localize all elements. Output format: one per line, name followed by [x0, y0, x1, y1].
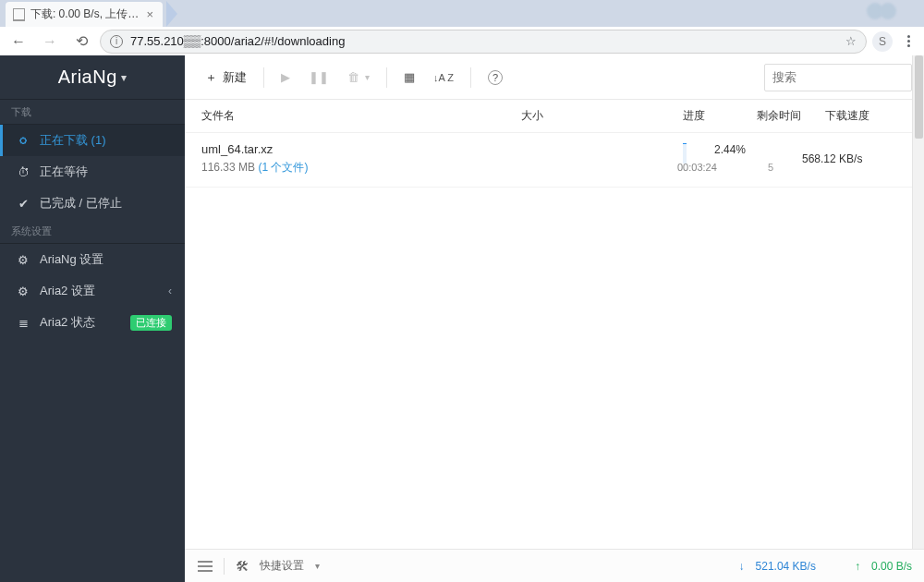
new-tab-button[interactable] [166, 1, 177, 27]
chrome-menu-icon[interactable] [898, 35, 918, 47]
grid-icon: ▦ [404, 70, 415, 84]
row-percent: 2.44% [714, 143, 746, 156]
reload-button[interactable]: ⟲ [68, 30, 94, 54]
col-header-progress[interactable]: 进度 [683, 108, 757, 124]
start-button[interactable]: ▶ [274, 64, 298, 91]
sidebar-item-aria2-settings[interactable]: ⚙ Aria2 设置 ‹ [0, 275, 185, 307]
sidebar-item-downloading[interactable]: ⭘ 正在下载 (1) [0, 125, 185, 156]
row-progress-cluster: 2.44% 00:03:24 5 [683, 143, 780, 175]
window-controls-placeholder [870, 3, 896, 19]
sort-icon: ↓A Z [433, 72, 454, 83]
play-icon: ▶ [281, 70, 290, 84]
server-icon: ≣ [16, 315, 30, 330]
row-connections: 5 [768, 162, 773, 173]
brand-name: AriaNg [58, 67, 117, 88]
sidebar-item-finished[interactable]: ✔ 已完成 / 已停止 [0, 188, 185, 219]
app: AriaNg ▾ 下载 ⭘ 正在下载 (1) ⏱ 正在等待 ✔ 已完成 / 已停… [0, 55, 924, 582]
forward-button[interactable]: → [37, 30, 63, 54]
row-speed: 568.12 KB/s [802, 152, 894, 165]
site-info-icon[interactable]: i [110, 35, 123, 48]
global-download-speed: 521.04 KB/s [756, 560, 816, 573]
tab-title: 下载: 0.00 B/s, 上传: 0.0 [30, 6, 139, 22]
table-row[interactable]: uml_64.tar.xz 116.33 MB (1 个文件) 2.44% 00… [185, 133, 924, 188]
col-header-remaining[interactable]: 剩余时间 [757, 108, 825, 124]
sort-button[interactable]: ↓A Z [426, 64, 461, 91]
trash-icon: 🗑 [347, 70, 359, 84]
upload-arrow-icon: ↑ [855, 560, 860, 573]
new-task-label: 新建 [223, 69, 247, 86]
download-arrow-icon: ↓ [739, 560, 745, 573]
gear-icon: ⚙ [16, 252, 30, 267]
clock-icon: ⏱ [16, 164, 30, 179]
new-task-button[interactable]: ＋ 新建 [198, 64, 254, 91]
search-input[interactable] [772, 70, 924, 84]
chevron-left-icon: ‹ [168, 285, 172, 297]
sidebar-item-label: Aria2 设置 [40, 283, 95, 299]
sidebar-item-label: Aria2 状态 [40, 314, 95, 331]
tab-strip: 下载: 0.00 B/s, 上传: 0.0 × [0, 0, 924, 27]
row-meta: 116.33 MB (1 个文件) [201, 160, 510, 176]
sidebar-item-aria2-status[interactable]: ≣ Aria2 状态 已连接 [0, 307, 185, 338]
separator [470, 67, 471, 88]
bookmark-star-icon[interactable]: ☆ [845, 34, 857, 48]
sidebar-item-waiting[interactable]: ⏱ 正在等待 [0, 156, 185, 188]
pause-button[interactable]: ❚❚ [301, 64, 336, 91]
url-text: 77.55.210▒▒:8000/aria2/#!/downloading [130, 34, 838, 48]
help-icon: ? [488, 70, 503, 85]
footer: 🛠 快捷设置 ▾ ↓ 521.04 KB/s ↑ 0.00 B/s [185, 549, 924, 582]
brand[interactable]: AriaNg ▾ [0, 55, 185, 100]
sidebar: AriaNg ▾ 下载 ⭘ 正在下载 (1) ⏱ 正在等待 ✔ 已完成 / 已停… [0, 55, 185, 582]
col-header-speed[interactable]: 下载速度 [825, 108, 908, 124]
sidebar-section-download: 下载 [0, 100, 185, 125]
search-box[interactable]: 🔍 [764, 64, 912, 91]
chevron-down-icon: ▾ [365, 72, 370, 82]
menu-icon[interactable] [198, 561, 213, 572]
vertical-scrollbar[interactable] [912, 55, 924, 549]
sidebar-item-label: AriaNg 设置 [40, 251, 103, 268]
brand-caret-icon: ▾ [121, 71, 128, 84]
sidebar-section-system: 系统设置 [0, 219, 185, 244]
status-badge: 已连接 [130, 315, 172, 331]
browser-chrome: 下载: 0.00 B/s, 上传: 0.0 × ← → ⟲ i 77.55.21… [0, 0, 924, 55]
row-filecount[interactable]: (1 个文件) [258, 161, 308, 174]
sidebar-item-label: 正在下载 (1) [40, 132, 106, 149]
separator [224, 558, 225, 575]
separator [386, 67, 387, 88]
delete-button[interactable]: 🗑 ▾ [340, 64, 377, 91]
profile-button[interactable]: S [872, 31, 893, 52]
progress-bar [683, 143, 687, 164]
sidebar-item-label: 正在等待 [40, 164, 88, 180]
tab-close-icon[interactable]: × [144, 7, 155, 21]
scrollbar-thumb[interactable] [915, 55, 923, 139]
help-button[interactable]: ? [480, 64, 510, 91]
row-eta: 00:03:24 [677, 162, 717, 173]
col-header-size[interactable]: 大小 [521, 108, 683, 124]
gear-icon: ⚙ [16, 284, 30, 298]
chevron-down-icon[interactable]: ▾ [315, 561, 320, 571]
view-grid-button[interactable]: ▦ [396, 64, 422, 91]
browser-tab[interactable]: 下载: 0.00 B/s, 上传: 0.0 × [6, 2, 163, 27]
main: ＋ 新建 ▶ ❚❚ 🗑 ▾ ▦ ↓A Z ? 🔍 文件名 大小 进度 [185, 55, 924, 582]
pause-icon: ❚❚ [309, 70, 329, 84]
table-header: 文件名 大小 进度 剩余时间 下载速度 [185, 100, 924, 133]
row-filename: uml_64.tar.xz [201, 142, 510, 156]
check-icon: ✔ [16, 196, 30, 211]
col-header-name[interactable]: 文件名 [201, 108, 521, 124]
row-size: 116.33 MB [201, 161, 255, 174]
sidebar-item-label: 已完成 / 已停止 [40, 195, 122, 212]
page-icon [13, 8, 25, 21]
address-row: ← → ⟲ i 77.55.210▒▒:8000/aria2/#!/downlo… [0, 27, 924, 55]
back-button[interactable]: ← [6, 30, 31, 54]
global-upload-speed: 0.00 B/s [871, 560, 912, 573]
address-bar[interactable]: i 77.55.210▒▒:8000/aria2/#!/downloading … [100, 30, 867, 54]
download-active-icon: ⭘ [16, 133, 30, 148]
sidebar-item-ariang-settings[interactable]: ⚙ AriaNg 设置 [0, 244, 185, 275]
toolbar: ＋ 新建 ▶ ❚❚ 🗑 ▾ ▦ ↓A Z ? 🔍 [185, 55, 924, 100]
quick-settings-label[interactable]: 快捷设置 [260, 558, 304, 574]
wrench-icon[interactable]: 🛠 [236, 559, 249, 574]
separator [263, 67, 264, 88]
plus-icon: ＋ [205, 69, 217, 86]
